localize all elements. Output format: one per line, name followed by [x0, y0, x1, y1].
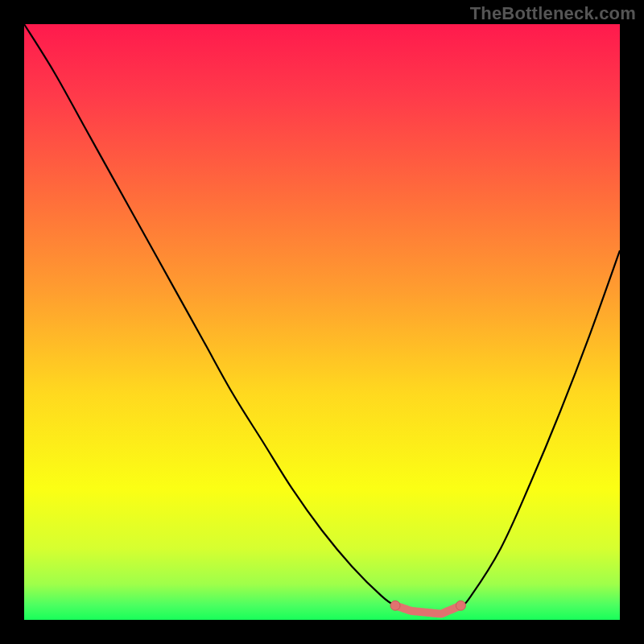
optimal-range-end-dot — [456, 601, 465, 610]
bottleneck-chart — [0, 0, 644, 644]
chart-stage: TheBottleneck.com — [0, 0, 644, 644]
optimal-range-start-dot — [390, 601, 400, 610]
watermark-text: TheBottleneck.com — [470, 3, 636, 24]
